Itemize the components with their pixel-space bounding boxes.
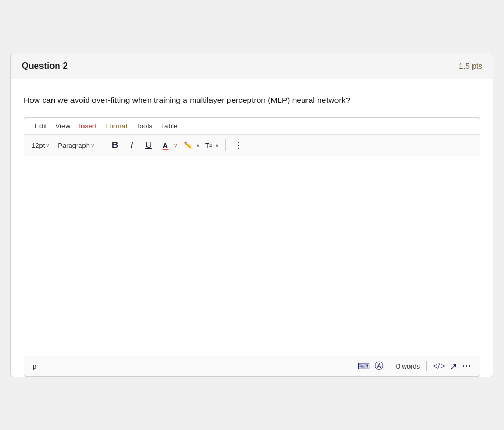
editor-container: Edit View Insert Format Tools Table 12pt… [24, 117, 480, 377]
highlight-icon: ✏️ [184, 141, 193, 149]
superscript-chevron[interactable]: ∨ [214, 142, 220, 149]
menu-tools[interactable]: Tools [132, 121, 157, 131]
source-code-button[interactable]: </> [433, 362, 445, 370]
menu-edit[interactable]: Edit [30, 121, 51, 131]
menu-insert[interactable]: Insert [75, 121, 101, 131]
highlight-button[interactable]: ✏️ [181, 138, 195, 153]
font-color-group: A ∨ [158, 138, 178, 153]
superscript-button[interactable]: T2 [203, 141, 214, 150]
status-divider-1 [390, 361, 390, 371]
question-title: Question 2 [22, 61, 68, 71]
question-card: Question 2 1.5 pts How can we avoid over… [10, 53, 494, 377]
toolbar: 12pt ∨ Paragraph ∨ B I [24, 135, 480, 156]
superscript-exp: 2 [209, 143, 212, 148]
question-text: How can we avoid over-fitting when train… [24, 94, 480, 106]
font-color-icon: A [163, 141, 169, 150]
more-options-button[interactable]: ⋮ [231, 138, 246, 153]
highlight-group: ✏️ ∨ [181, 138, 201, 153]
paragraph-tag-label: p [33, 362, 358, 370]
superscript-group: T2 ∨ [203, 141, 220, 150]
expand-icon[interactable]: ↗ [450, 361, 457, 371]
menu-format[interactable]: Format [101, 121, 132, 131]
status-more-icon[interactable]: ⋮ [461, 361, 472, 371]
card-body: How can we avoid over-fitting when train… [11, 79, 493, 377]
font-color-button[interactable]: A [158, 138, 173, 153]
font-size-select[interactable]: 12pt ∨ [29, 141, 51, 150]
highlight-chevron[interactable]: ∨ [195, 142, 201, 149]
card-header: Question 2 1.5 pts [11, 53, 493, 79]
underline-button[interactable]: U [141, 138, 156, 153]
menu-table[interactable]: Table [156, 121, 182, 131]
toolbar-divider-2 [225, 139, 226, 151]
status-divider-2 [426, 361, 427, 371]
word-count: 0 words [396, 362, 421, 370]
toolbar-divider-1 [102, 139, 102, 151]
bold-button[interactable]: B [108, 138, 122, 153]
paragraph-chevron: ∨ [91, 143, 94, 148]
points-label: 1.5 pts [459, 61, 482, 70]
menu-view[interactable]: View [51, 121, 75, 131]
italic-button[interactable]: I [124, 138, 139, 153]
font-color-chevron[interactable]: ∨ [173, 142, 178, 149]
font-size-chevron: ∨ [46, 143, 49, 148]
paragraph-style-select[interactable]: Paragraph ∨ [56, 141, 97, 150]
more-options-icon: ⋮ [234, 141, 243, 150]
accessibility-icon[interactable]: Ⓐ [375, 361, 383, 372]
font-size-value: 12pt [32, 142, 45, 149]
menubar: Edit View Insert Format Tools Table [24, 118, 480, 135]
keyboard-icon[interactable]: ⌨ [358, 361, 370, 371]
editor-area[interactable] [24, 156, 480, 356]
status-bar: p ⌨ Ⓐ 0 words </> ↗ ⋮ [24, 356, 480, 376]
status-right: ⌨ Ⓐ 0 words </> ↗ ⋮ [358, 360, 471, 372]
paragraph-style-value: Paragraph [58, 142, 90, 149]
